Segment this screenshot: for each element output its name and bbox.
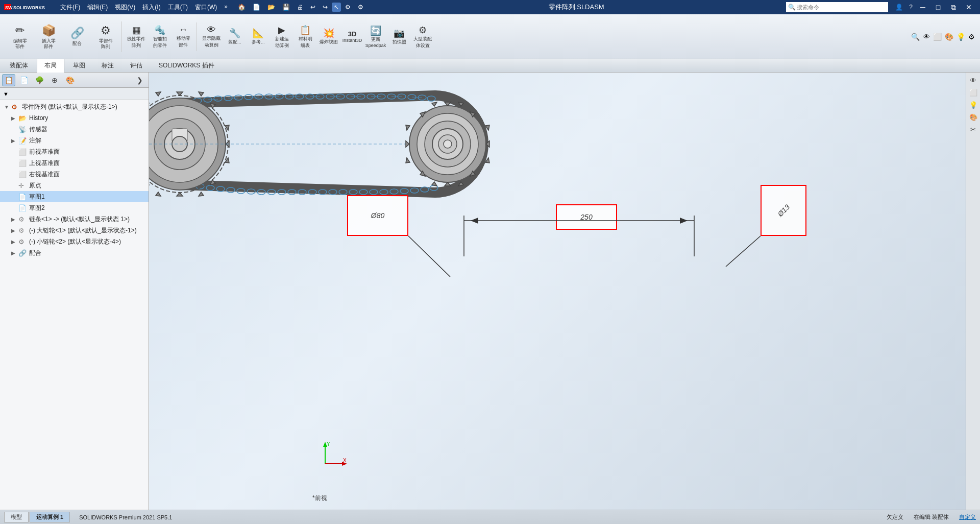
right-section-icon[interactable]: ✂ <box>968 124 979 135</box>
tree-item-root[interactable]: ▼ ⚙ 零件阵列 (默认<默认_显示状态-1>) <box>0 101 149 112</box>
display-mode-icon[interactable]: ⬜ <box>932 32 943 42</box>
expand-panel-icon[interactable]: ❯ <box>133 74 146 86</box>
menu-edit[interactable]: 编辑(E) <box>84 2 111 13</box>
appearance-icon[interactable]: 🎨 <box>63 74 77 86</box>
tree-item-chain[interactable]: ▶ ⚙ 链条<1> -> (默认<默认_显示状态 1>) <box>0 213 149 225</box>
restore-button[interactable]: ⧉ <box>946 2 961 13</box>
tree-item-right-plane[interactable]: ⬜ 右视基准面 <box>0 169 149 180</box>
tab-evaluate[interactable]: 评估 <box>122 59 150 72</box>
reference-button[interactable]: 📐 参考... <box>247 23 270 50</box>
menu-window[interactable]: 窗口(W) <box>192 2 220 13</box>
motion-tab[interactable]: 运动算例 1 <box>30 512 70 522</box>
tree-item-bigchain[interactable]: ▶ ⚙ (-) 大链轮<1> (默认<默认_显示状态-1>) <box>0 225 149 236</box>
smart-fastener-button[interactable]: 🔩 智能扣 的零件 <box>149 23 171 50</box>
show-hide-button[interactable]: 👁 显示隐藏 动算例 <box>200 23 223 50</box>
assembly-label: 装配... <box>228 39 241 45</box>
sensor-arrow <box>11 127 18 132</box>
assembly-button[interactable]: 🔧 装配... <box>224 23 246 50</box>
insert-part-button[interactable]: 📦 插入零 部件 <box>35 22 62 51</box>
insert-part-icon: 📦 <box>42 24 56 37</box>
minimize-button[interactable]: ─ <box>916 2 930 13</box>
print-icon[interactable]: 🖨 <box>294 3 306 12</box>
edit-part-label: 编辑零 部件 <box>13 38 27 50</box>
mate-button[interactable]: 🔗 配合 <box>63 22 91 51</box>
filter-icon[interactable]: ▼ <box>3 91 9 97</box>
menu-bar: 文件(F) 编辑(E) 视图(V) 插入(I) 工具(T) 窗口(W) » <box>57 2 231 13</box>
explode-button[interactable]: 💥 爆炸视图 <box>317 23 340 50</box>
dm-icon[interactable]: ⊕ <box>48 74 61 86</box>
right-plane-icon: ⬜ <box>18 171 28 178</box>
tab-annotation[interactable]: 标注 <box>94 59 121 72</box>
tab-sketch[interactable]: 草图 <box>65 59 93 72</box>
feature-tree-icon[interactable]: 📋 <box>2 74 15 86</box>
new-icon[interactable]: 📄 <box>250 3 263 12</box>
edit-appearance-icon[interactable]: 🎨 <box>944 32 954 42</box>
large-assembly-button[interactable]: ⚙ 大型装配 体设置 <box>411 23 434 50</box>
user-icon[interactable]: 👤 <box>892 3 906 12</box>
tree-item-smallchain[interactable]: ▶ ⚙ (-) 小链轮<2> (默认<显示状态-4>) <box>0 236 149 247</box>
search-box[interactable]: 🔍 <box>786 2 888 12</box>
viewport[interactable]: Ø80 250 Ø13 <box>149 73 966 510</box>
redo-icon[interactable]: ↪ <box>320 3 331 12</box>
tree-item-sketch1[interactable]: 📄 草图1 <box>0 191 149 202</box>
component-array-button[interactable]: ⚙ 零部件 阵列 <box>92 22 119 51</box>
zoom-to-fit-icon[interactable]: 🔍 <box>910 32 921 42</box>
search-input[interactable] <box>797 4 886 10</box>
search-icon: 🔍 <box>788 4 796 11</box>
menu-insert[interactable]: 插入(I) <box>139 2 163 13</box>
tree-item-origin[interactable]: ✛ 原点 <box>0 180 149 191</box>
undo-icon[interactable]: ↩ <box>307 3 318 12</box>
tree-item-sketch2[interactable]: 📄 草图2 <box>0 202 149 213</box>
open-icon[interactable]: 📂 <box>264 3 278 12</box>
linear-array-button[interactable]: ▦ 线性零件阵列 <box>125 23 148 50</box>
annotation-right: Ø13 <box>761 185 806 236</box>
window-controls: ─ □ ⧉ ✕ <box>916 2 976 13</box>
menu-view[interactable]: 视图(V) <box>112 2 138 13</box>
tab-layout[interactable]: 布局 <box>37 59 64 73</box>
config-manager-icon[interactable]: 🌳 <box>33 74 46 86</box>
tree-item-mate[interactable]: ▶ 🔗 配合 <box>0 247 149 258</box>
move-component-button[interactable]: ↔ 移动零 部件 <box>172 23 194 50</box>
tree-item-sensor[interactable]: 📡 传感器 <box>0 124 149 135</box>
right-view-icon[interactable]: 👁 <box>968 75 979 86</box>
update-speedpak-button[interactable]: 🔄 更新 Speedpak <box>364 23 387 50</box>
svg-marker-89 <box>445 102 451 106</box>
motion-icon: ▶ <box>278 25 285 36</box>
snapshot-button[interactable]: 📷 拍快照 <box>388 23 410 50</box>
tab-assembly[interactable]: 装配体 <box>2 59 36 72</box>
realview-icon[interactable]: 💡 <box>955 32 966 42</box>
settings2-icon[interactable]: ⚙ <box>967 32 976 42</box>
maximize-button[interactable]: □ <box>931 2 945 13</box>
right-color-icon[interactable]: 🎨 <box>968 111 979 123</box>
right-render-icon[interactable]: 💡 <box>968 99 979 110</box>
cursor-icon[interactable]: ↖ <box>332 3 341 12</box>
sensor-label: 传感器 <box>29 125 47 134</box>
array-icon: ⚙ <box>101 24 111 37</box>
tree-item-history[interactable]: ▶ 📂 History <box>0 112 149 124</box>
view-orientation-icon[interactable]: 👁 <box>922 32 931 42</box>
settings-icon[interactable]: ⚙ <box>342 3 354 12</box>
instant3d-button[interactable]: 3D Instant3D <box>341 23 363 50</box>
gear2-icon[interactable]: ⚙ <box>355 3 366 12</box>
property-manager-icon[interactable]: 📄 <box>17 74 31 86</box>
right-display-icon[interactable]: ⬜ <box>968 87 979 98</box>
edit-part-button[interactable]: ✏ 编辑零 部件 <box>6 22 34 51</box>
menu-more[interactable]: » <box>221 2 231 13</box>
tree-item-front-plane[interactable]: ⬜ 前视基准面 <box>0 146 149 157</box>
close-button[interactable]: ✕ <box>962 2 976 13</box>
save-icon[interactable]: 💾 <box>279 3 293 12</box>
bom-button[interactable]: 📋 材料明 细表 <box>294 23 316 50</box>
svg-text:X: X <box>343 458 347 463</box>
customize-text[interactable]: 自定义 <box>959 513 976 521</box>
tree-item-top-plane[interactable]: ⬜ 上视基准面 <box>0 157 149 169</box>
new-motion-button[interactable]: ▶ 新建运 动算例 <box>271 23 293 50</box>
tree-item-notes[interactable]: ▶ 📝 注解 <box>0 135 149 146</box>
menu-file[interactable]: 文件(F) <box>57 2 83 13</box>
home-icon[interactable]: 🏠 <box>235 3 249 12</box>
speedpak-label: 更新 Speedpak <box>365 36 386 48</box>
menu-tools[interactable]: 工具(T) <box>165 2 191 13</box>
svg-marker-90 <box>445 182 451 186</box>
help-icon[interactable]: ? <box>906 3 916 12</box>
model-tab[interactable]: 模型 <box>4 512 29 522</box>
tab-plugins[interactable]: SOLIDWORKS 插件 <box>151 59 222 72</box>
